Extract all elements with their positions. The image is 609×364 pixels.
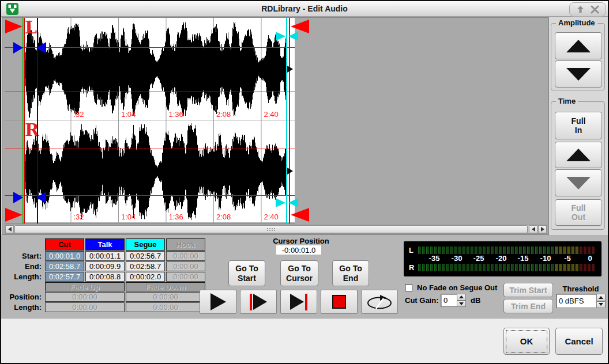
segue-marker-line[interactable] — [286, 18, 287, 223]
meter-led — [511, 264, 514, 271]
hook-tab: Hook — [166, 238, 205, 251]
stop-button[interactable] — [321, 290, 358, 314]
segue-end-handle[interactable] — [288, 32, 298, 41]
meter-led — [450, 247, 453, 254]
left-channel-label: L — [25, 19, 37, 36]
go-to-end-button[interactable]: Go To End — [332, 260, 369, 286]
loop-off-icon — [366, 294, 393, 310]
waveform-canvas-left[interactable] — [22, 18, 295, 120]
waveform-channel-right[interactable]: R :321:041:362:082:40 — [22, 120, 295, 222]
scrollbar-thumb[interactable] — [14, 225, 528, 233]
cut-length-value[interactable]: 0:02:57.7 — [45, 272, 84, 282]
amplitude-down-button[interactable] — [555, 60, 602, 88]
segue-start-handle[interactable] — [276, 32, 285, 41]
talk-start-handle[interactable] — [13, 42, 23, 54]
scroll-right-button[interactable] — [538, 225, 547, 233]
time-zoom-in-button[interactable] — [555, 142, 602, 168]
fade-down-position-value: 0:00:00 — [126, 292, 205, 302]
no-fade-checkbox[interactable] — [405, 284, 412, 291]
scroll-left-button-2[interactable] — [529, 225, 537, 233]
start-marker-handle[interactable] — [5, 208, 22, 222]
play-from-button[interactable] — [240, 290, 277, 314]
time-tick-label: 1:36 — [169, 110, 183, 119]
scroll-left-button[interactable] — [5, 225, 14, 233]
meter-led — [422, 264, 425, 271]
ok-button[interactable]: OK — [503, 328, 550, 355]
play-button[interactable] — [200, 290, 236, 314]
threshold-input[interactable]: 0 dBFS — [556, 294, 596, 308]
thumb-grip — [267, 228, 268, 229]
meter-led — [442, 247, 445, 254]
meter-scale-label: -10 — [536, 254, 555, 263]
go-to-cursor-button[interactable]: Go To Cursor — [280, 260, 318, 286]
edit-audio-window: RDLibrary - Edit Audio L :321:041:362:08… — [0, 0, 609, 364]
talk-end-handle[interactable] — [36, 42, 46, 54]
meter-led — [475, 247, 478, 254]
segue-length-value[interactable]: 0:00:02.0 — [126, 272, 165, 282]
meter-led — [551, 247, 554, 254]
talk-start-value[interactable]: 0:00:01.1 — [85, 251, 125, 261]
talk-tab[interactable]: Talk — [85, 238, 125, 251]
talk-length-value[interactable]: 0:00:08.8 — [85, 272, 125, 282]
cancel-button[interactable]: Cancel — [555, 328, 603, 355]
talk-start-handle[interactable] — [13, 192, 23, 203]
up-arrow-icon — [566, 40, 591, 52]
spin-down-button[interactable] — [596, 301, 606, 309]
cut-gain-input[interactable]: 0 — [441, 294, 457, 307]
segue-start-handle[interactable] — [276, 198, 285, 207]
arrow-left-icon — [532, 227, 535, 232]
meter-led — [588, 247, 591, 254]
loop-button[interactable] — [361, 290, 398, 314]
segue-end-value[interactable]: 0:02:58.7 — [126, 261, 165, 271]
meter-led — [535, 264, 538, 271]
meter-led — [434, 264, 437, 271]
waveform-scrollbar[interactable] — [5, 225, 547, 234]
meter-led — [551, 264, 554, 271]
time-zoom-out-button[interactable] — [555, 169, 602, 196]
segue-tab[interactable]: Segue — [126, 238, 165, 251]
time-full-in-button[interactable]: Full In — [555, 112, 602, 139]
talk-end-handle[interactable] — [36, 192, 46, 203]
amplitude-up-button[interactable] — [555, 32, 602, 59]
close-window-icon[interactable] — [591, 5, 599, 14]
hook-start-value: 0:00:00 — [166, 251, 205, 261]
meter-led — [539, 247, 542, 254]
start-marker-handle[interactable] — [5, 20, 22, 33]
spin-down-button[interactable] — [457, 301, 466, 308]
meter-led — [463, 247, 465, 254]
meter-scale-label: -25 — [469, 254, 488, 263]
fade-length-row-label: Length: — [3, 302, 44, 312]
go-to-start-button[interactable]: Go To Start — [228, 260, 265, 286]
waveform-canvas-right[interactable] — [22, 120, 295, 222]
meter-led — [479, 247, 482, 254]
shade-window-icon[interactable] — [576, 5, 585, 14]
fade-down-length-value: 0:00:00 — [126, 302, 205, 312]
time-tick-label: :32 — [74, 213, 84, 221]
meter-led — [527, 264, 530, 271]
meter-led — [467, 264, 469, 271]
title-bar[interactable]: RDLibrary - Edit Audio — [1, 1, 608, 17]
meter-led — [418, 264, 421, 271]
time-tick-label: 2:40 — [264, 213, 279, 221]
talk-end-value[interactable]: 0:00:09.9 — [85, 261, 125, 271]
cut-end-value[interactable]: 0:02:58.7 — [45, 261, 84, 271]
cut-start-value[interactable]: 0:00:01.0 — [45, 251, 84, 261]
spin-up-button[interactable] — [457, 294, 466, 301]
end-marker-handle[interactable] — [291, 208, 309, 222]
talk-start-line[interactable] — [24, 18, 25, 223]
meter-led — [507, 247, 510, 254]
channel-separator — [5, 223, 295, 224]
play-to-button[interactable] — [280, 290, 317, 314]
amplitude-group: Amplitude — [551, 23, 605, 90]
cut-tab[interactable]: Cut — [45, 238, 84, 251]
meter-led — [580, 264, 582, 271]
spin-up-button[interactable] — [596, 294, 606, 301]
meter-led — [555, 247, 558, 254]
segue-start-value[interactable]: 0:02:56.7 — [126, 251, 165, 261]
gain-line-left-bottom — [5, 92, 295, 92]
waveform-channel-left[interactable]: L :321:041:362:082:40 — [22, 18, 295, 120]
segue-end-handle[interactable] — [288, 198, 298, 207]
end-marker-line[interactable] — [289, 18, 290, 223]
meter-led — [479, 264, 482, 271]
meter-led — [422, 247, 425, 254]
